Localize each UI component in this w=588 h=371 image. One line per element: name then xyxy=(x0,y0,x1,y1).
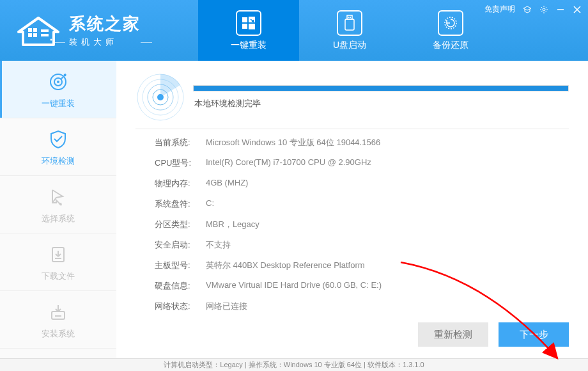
svg-point-17 xyxy=(543,8,545,11)
info-label: 物理内存: xyxy=(155,178,206,189)
radar-icon xyxy=(135,72,185,122)
logo-text: 系统之家 装机大师 xyxy=(69,13,141,48)
svg-point-7 xyxy=(53,38,55,40)
progress-row: 本地环境检测完毕 xyxy=(135,72,569,122)
info-value: Microsoft Windows 10 专业版 64位 19044.1566 xyxy=(206,137,380,148)
logo-icon xyxy=(13,12,64,50)
header: 系统之家 装机大师 一键重装 U盘启动 备份还原 免责声明 xyxy=(0,0,588,61)
info-row: 网络状态:网络已连接 xyxy=(155,301,569,312)
disclaimer-link[interactable]: 免责声明 xyxy=(484,4,515,15)
info-label: 当前系统: xyxy=(155,137,206,148)
app-title: 系统之家 xyxy=(69,13,141,35)
install-icon xyxy=(46,300,70,324)
sidebar-item-reinstall[interactable]: 一键重装 xyxy=(0,61,116,118)
progress-status: 本地环境检测完毕 xyxy=(193,98,569,109)
info-row: 当前系统:Microsoft Windows 10 专业版 64位 19044.… xyxy=(155,137,569,148)
footer: 计算机启动类型：Legacy | 操作系统：Windows 10 专业版 64位… xyxy=(0,358,588,371)
info-value: VMware Virtual IDE Hard Drive (60.0 GB, … xyxy=(206,280,382,292)
sidebar-label: 下载文件 xyxy=(42,271,75,282)
cursor-icon xyxy=(46,185,70,209)
restore-icon xyxy=(438,10,463,36)
info-row: 分区类型:MBR，Legacy xyxy=(155,219,569,230)
header-tabs: 一键重装 U盘启动 备份还原 xyxy=(198,0,501,61)
progress-area: 本地环境检测完毕 xyxy=(193,85,569,109)
tab-reinstall[interactable]: 一键重装 xyxy=(198,0,299,61)
sidebar-item-download[interactable]: 下载文件 xyxy=(0,233,116,291)
graduation-icon[interactable] xyxy=(523,5,532,14)
svg-rect-2 xyxy=(28,33,32,37)
close-icon[interactable] xyxy=(573,5,582,14)
footer-text: 计算机启动类型：Legacy | 操作系统：Windows 10 专业版 64位… xyxy=(164,360,424,370)
info-value: Intel(R) Core(TM) i7-10700 CPU @ 2.90GHz xyxy=(206,157,371,169)
info-label: 系统盘符: xyxy=(155,198,206,210)
svg-rect-3 xyxy=(33,33,37,37)
info-label: 安全启动: xyxy=(155,239,206,251)
info-row: 物理内存:4GB (MHZ) xyxy=(155,178,569,189)
svg-rect-5 xyxy=(41,34,49,36)
info-value: 网络已连接 xyxy=(206,301,247,312)
main-content: 本地环境检测完毕 当前系统:Microsoft Windows 10 专业版 6… xyxy=(116,61,588,358)
svg-point-23 xyxy=(57,81,59,83)
body: 一键重装 环境检测 选择系统 下载文件 安装系统 xyxy=(0,61,588,358)
info-row: 安全启动:不支持 xyxy=(155,239,569,251)
info-value: 4GB (MHZ) xyxy=(206,178,248,189)
action-buttons: 重新检测 下一步 xyxy=(418,322,569,347)
sidebar-item-env-check[interactable]: 环境检测 xyxy=(0,118,116,176)
info-label: 硬盘信息: xyxy=(155,280,206,292)
settings-icon[interactable] xyxy=(539,5,548,14)
info-value: C: xyxy=(206,198,214,210)
divider xyxy=(135,129,569,129)
windows-icon xyxy=(236,10,261,36)
svg-rect-8 xyxy=(242,17,247,22)
sidebar: 一键重装 环境检测 选择系统 下载文件 安装系统 xyxy=(0,61,116,358)
svg-point-6 xyxy=(50,38,52,40)
svg-rect-15 xyxy=(345,19,354,30)
info-label: CPU型号: xyxy=(155,157,206,169)
info-value: MBR，Legacy xyxy=(206,219,259,230)
usb-icon xyxy=(337,10,362,36)
info-row: 系统盘符:C: xyxy=(155,198,569,210)
sidebar-label: 环境检测 xyxy=(42,155,75,167)
tab-usb-boot[interactable]: U盘启动 xyxy=(299,0,400,61)
logo-area: 系统之家 装机大师 xyxy=(0,12,198,50)
svg-rect-10 xyxy=(242,24,247,29)
info-label: 主板型号: xyxy=(155,260,206,271)
info-label: 网络状态: xyxy=(155,301,206,312)
sidebar-label: 选择系统 xyxy=(42,213,75,225)
svg-rect-14 xyxy=(350,17,352,18)
download-icon xyxy=(46,242,70,267)
tab-label: 一键重装 xyxy=(231,40,267,51)
info-value: 不支持 xyxy=(206,239,231,251)
tab-label: 备份还原 xyxy=(433,40,468,51)
target-icon xyxy=(46,70,70,94)
sidebar-label: 安装系统 xyxy=(42,328,75,340)
info-row: 硬盘信息:VMware Virtual IDE Hard Drive (60.0… xyxy=(155,280,569,292)
progress-bar xyxy=(193,85,569,91)
minimize-icon[interactable] xyxy=(556,5,565,14)
tab-label: U盘启动 xyxy=(333,40,366,51)
info-row: 主板型号:英特尔 440BX Desktop Reference Platfor… xyxy=(155,260,569,271)
sidebar-item-select-system[interactable]: 选择系统 xyxy=(0,176,116,233)
sidebar-label: 一键重装 xyxy=(42,98,75,109)
info-label: 分区类型: xyxy=(155,219,206,230)
next-button[interactable]: 下一步 xyxy=(499,322,569,347)
svg-rect-12 xyxy=(347,15,352,19)
info-value: 英特尔 440BX Desktop Reference Platform xyxy=(206,260,365,271)
svg-rect-13 xyxy=(348,17,350,18)
svg-rect-1 xyxy=(33,28,37,32)
svg-rect-0 xyxy=(28,28,32,32)
svg-rect-4 xyxy=(41,29,49,32)
shield-check-icon xyxy=(46,127,70,152)
recheck-button[interactable]: 重新检测 xyxy=(418,322,488,347)
info-row: CPU型号:Intel(R) Core(TM) i7-10700 CPU @ 2… xyxy=(155,157,569,169)
app-subtitle: 装机大师 xyxy=(69,36,141,48)
svg-rect-11 xyxy=(249,24,255,29)
sidebar-item-install[interactable]: 安装系统 xyxy=(0,291,116,349)
info-list: 当前系统:Microsoft Windows 10 专业版 64位 19044.… xyxy=(135,137,569,312)
window-controls: 免责声明 xyxy=(484,4,582,15)
